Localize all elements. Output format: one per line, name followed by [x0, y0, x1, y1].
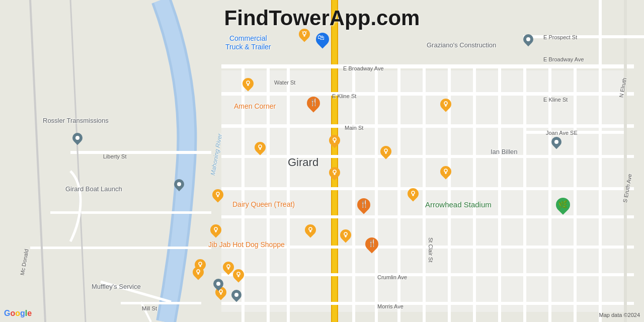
svg-rect-6	[221, 124, 634, 128]
graziano-pin	[523, 34, 533, 47]
svg-rect-19	[423, 64, 426, 322]
amen-food-marker: 🍴	[307, 97, 320, 112]
e-kline-far-label: E Kline St	[543, 97, 568, 103]
svg-rect-15	[287, 64, 290, 322]
ian-billen-label: Ian Billen	[491, 148, 517, 155]
svg-point-62	[444, 102, 447, 105]
tower-marker-9	[440, 99, 451, 114]
amen-corner-label: Amen Corner	[234, 102, 276, 110]
liberty-st-label: Liberty St	[103, 153, 126, 159]
svg-rect-5	[221, 92, 634, 96]
tower-marker-4	[329, 135, 340, 150]
tower-marker-16	[193, 267, 204, 282]
svg-rect-23	[523, 64, 526, 322]
svg-point-74	[344, 232, 347, 235]
tower-marker-6	[329, 167, 340, 182]
svg-point-59	[412, 191, 415, 194]
jib-food-marker: 🍴	[365, 237, 378, 253]
svg-rect-26	[599, 0, 602, 322]
muffley-pin2	[231, 290, 242, 303]
svg-point-41	[247, 81, 250, 84]
svg-line-40	[306, 31, 307, 32]
joan-ave-label: Joan Ave SE	[546, 130, 578, 136]
svg-point-47	[333, 138, 336, 141]
arrowhead-pin	[556, 198, 570, 214]
muffley-label: Muffley's Service	[92, 283, 141, 290]
muffley-pin	[213, 279, 223, 292]
svg-rect-11	[221, 273, 634, 276]
arrowhead-label: Arrowhead Stadium	[425, 200, 492, 209]
rossler-pin	[72, 133, 83, 146]
svg-point-86	[237, 272, 240, 275]
svg-rect-21	[473, 64, 476, 322]
svg-point-50	[384, 149, 387, 152]
water-st-label: Water St	[274, 79, 295, 86]
tower-marker-17	[233, 269, 244, 284]
tower-marker-13	[340, 229, 351, 245]
morris-label: Morris Ave	[377, 303, 404, 309]
svg-rect-25	[574, 64, 577, 322]
svg-rect-18	[397, 64, 400, 322]
tower-marker-5	[380, 146, 391, 161]
svg-point-56	[216, 192, 219, 195]
rossler-label: Rossler Transmissions	[43, 117, 109, 124]
svg-rect-24	[548, 64, 551, 322]
svg-line-39	[302, 31, 303, 32]
google-logo: Google	[4, 309, 32, 318]
graziano-label: Graziano's Construction	[427, 41, 496, 49]
svg-point-44	[259, 145, 262, 148]
ian-billen-pin	[551, 137, 561, 150]
e-kline-label: E Kline St	[332, 93, 356, 99]
mill-st-label: Mill St	[142, 305, 157, 311]
crumlin-label: Crumlin Ave	[377, 274, 407, 280]
dq-food-marker: 🍴	[357, 198, 370, 213]
svg-rect-31	[121, 302, 201, 304]
svg-rect-30	[30, 247, 211, 249]
girard-boat-pin	[174, 179, 184, 192]
tower-marker-8	[408, 188, 419, 203]
tower-marker-12	[305, 224, 316, 239]
svg-rect-9	[221, 215, 634, 218]
tower-marker-7	[212, 189, 223, 204]
tower-marker-2	[243, 78, 254, 93]
svg-rect-4	[221, 64, 634, 68]
svg-point-36	[303, 32, 306, 35]
jib-jab-label: Jib Jab Hot Dog Shoppe	[208, 240, 285, 249]
tower-marker-10	[440, 166, 451, 181]
dairy-queen-label: Dairy Queen (Treat)	[232, 200, 295, 208]
svg-rect-17	[375, 64, 378, 322]
svg-point-71	[309, 227, 312, 230]
girard-boat-label: Girard Boat Launch	[65, 185, 122, 193]
tower-marker-1	[299, 29, 310, 44]
svg-rect-12	[221, 302, 634, 305]
svg-point-65	[444, 169, 447, 172]
commercial-truck-label: CommercialTruck & Trailer	[225, 34, 271, 51]
page-title: FindTowerApp.com	[224, 6, 420, 30]
city-name: Girard	[288, 156, 318, 169]
svg-rect-29	[50, 211, 211, 214]
svg-rect-27	[624, 0, 627, 322]
svg-rect-28	[70, 151, 211, 154]
svg-point-68	[214, 227, 217, 230]
st-clair-label: St Clair St	[428, 237, 434, 263]
bag-marker: 🛍	[316, 33, 329, 48]
svg-point-53	[333, 170, 336, 173]
svg-rect-8	[221, 187, 634, 190]
svg-point-80	[227, 265, 230, 268]
e-prospect-label: E Prospect St	[543, 34, 577, 40]
svg-rect-7	[221, 155, 634, 158]
svg-rect-16	[352, 64, 355, 322]
map-container: FindTowerApp.com CommercialTruck & Trail…	[0, 0, 644, 322]
main-st-label: Main St	[345, 125, 363, 131]
svg-rect-22	[498, 64, 501, 322]
svg-rect-34	[523, 35, 644, 38]
svg-point-77	[199, 262, 202, 265]
e-broadway-far-label: E Broadway Ave	[543, 56, 584, 62]
map-attribution: Map data ©2024	[599, 312, 640, 318]
tower-marker-3	[255, 142, 266, 157]
tower-marker-11	[210, 224, 221, 239]
svg-point-83	[197, 270, 200, 273]
e-broadway-label: E Broadway Ave	[343, 65, 384, 71]
